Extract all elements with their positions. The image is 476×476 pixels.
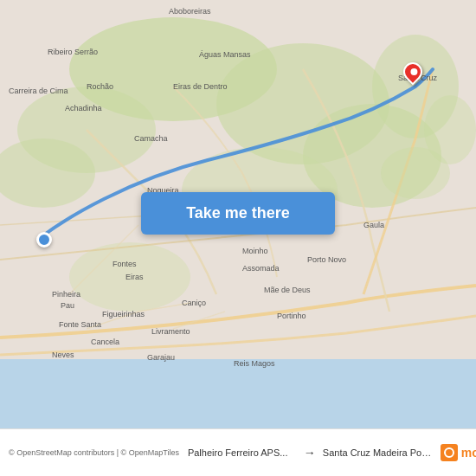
moovit-icon-inner [444, 447, 454, 458]
moovit-icon [441, 444, 458, 461]
attribution: © OpenStreetMap contributors | © OpenMap… [9, 448, 179, 457]
map-container: AboboreirasRibeiro SerrãoÁguas MansasCar… [0, 0, 476, 428]
destination-marker [403, 62, 424, 88]
route-info: Palheiro Ferreiro APS... → Santa Cruz Ma… [179, 446, 441, 460]
bottom-bar: © OpenStreetMap contributors | © OpenMap… [0, 428, 476, 476]
moovit-logo: moovit [441, 444, 476, 461]
route-arrow: → [304, 446, 316, 460]
route-to: Santa Cruz Madeira Portu... [323, 447, 432, 458]
origin-marker [36, 232, 52, 248]
attribution-openmaptiles: © OpenMapTiles [121, 448, 179, 457]
take-me-there-button[interactable]: Take me there [141, 192, 335, 235]
attribution-osm: © OpenStreetMap contributors [9, 448, 114, 457]
ocean [0, 359, 476, 428]
route-from: Palheiro Ferreiro APS... [188, 447, 297, 458]
moovit-text: moovit [461, 446, 476, 460]
